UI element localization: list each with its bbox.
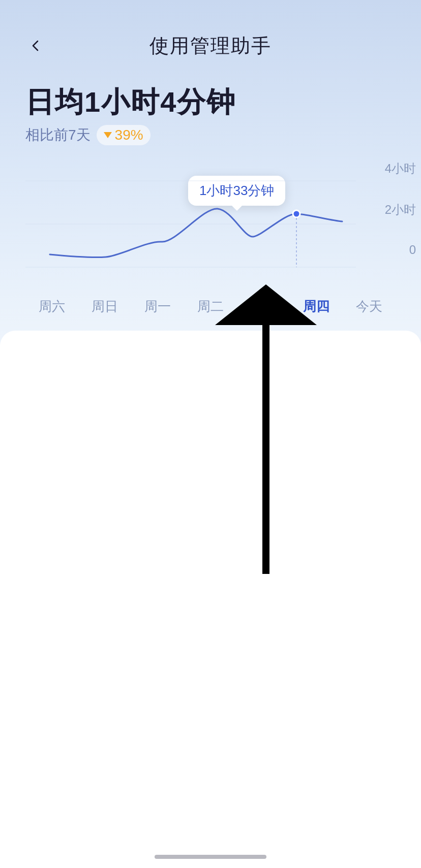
- comparison-row: 相比前7天 39%: [25, 125, 396, 145]
- comparison-label: 相比前7天: [25, 125, 91, 145]
- back-button[interactable]: [20, 30, 51, 61]
- daily-avg-title: 日均1小时4分钟: [25, 86, 396, 118]
- stats-section: 日均1小时4分钟 相比前7天 39%: [0, 71, 421, 150]
- down-arrow-icon: [104, 132, 112, 138]
- page-title: 使用管理助手: [149, 33, 272, 59]
- y-label-2h: 2小时: [385, 202, 416, 218]
- x-label-tue: 周二: [184, 298, 237, 315]
- change-badge: 39%: [97, 125, 151, 145]
- back-icon: [28, 39, 43, 53]
- home-indicator: [155, 855, 266, 859]
- x-label-mon: 周一: [131, 298, 184, 315]
- white-card: [0, 331, 421, 868]
- x-label-sun: 周日: [78, 298, 131, 315]
- chart-svg: [25, 176, 371, 272]
- y-axis-labels: 4小时 2小时 0: [385, 160, 416, 257]
- x-label-today: 今天: [343, 298, 396, 315]
- x-label-thu: 周四: [290, 298, 343, 315]
- header: 使用管理助手: [0, 0, 421, 71]
- x-label-sat: 周六: [25, 298, 78, 315]
- change-pct: 39%: [115, 127, 143, 143]
- page-wrapper: 使用管理助手 日均1小时4分钟 相比前7天 39% 1小时33分钟 4小时 2小…: [0, 0, 421, 868]
- x-label-wed: 周三: [237, 298, 290, 315]
- chart-container: 1小时33分钟 4小时 2小时 0: [0, 160, 421, 293]
- x-axis-labels: 周六 周日 周一 周二 周三 周四 今天: [0, 298, 421, 315]
- y-label-0: 0: [409, 243, 416, 257]
- y-label-4h: 4小时: [385, 160, 416, 177]
